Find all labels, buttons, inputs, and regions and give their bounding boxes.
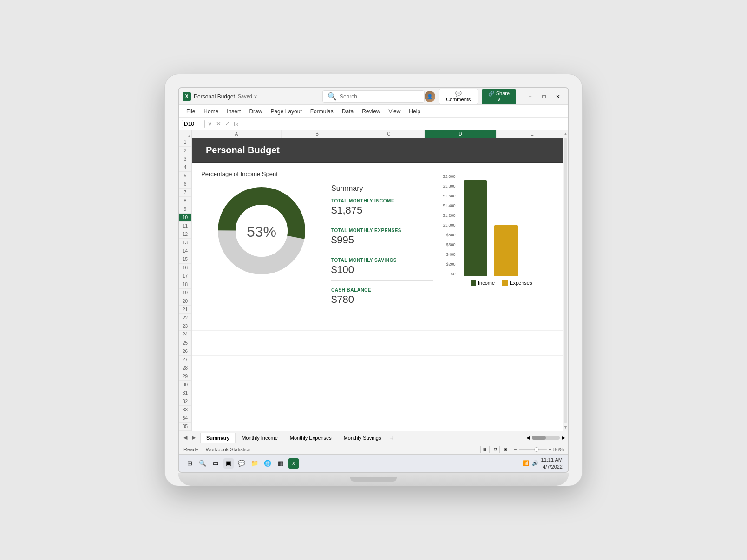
y-label-0: $0 (451, 272, 456, 276)
menu-insert[interactable]: Insert (223, 107, 244, 116)
h-scrollbar-track[interactable] (532, 436, 560, 440)
tab-options-btn[interactable]: ⋮ (514, 435, 526, 441)
ready-status: Ready (183, 447, 198, 452)
scroll-up-btn[interactable]: ▲ (563, 130, 568, 137)
sheet-tab-monthly-income[interactable]: Monthly Income (236, 433, 284, 443)
minimize-button[interactable]: − (524, 90, 537, 103)
excel-icon: X (183, 92, 191, 101)
y-label-600: $600 (446, 242, 456, 247)
menu-home[interactable]: Home (200, 107, 222, 116)
row-24: 24 (179, 331, 191, 339)
chart-panel: $2,000 $1,800 $1,600 $1,400 $1,200 $1,00… (443, 170, 559, 286)
comments-button[interactable]: 💬 Comments (439, 89, 478, 104)
confirm-formula-icon: ✓ (224, 120, 231, 127)
scroll-thumb[interactable] (564, 138, 567, 423)
menu-formulas[interactable]: Formulas (307, 107, 337, 116)
row-7: 7 (179, 189, 191, 197)
status-left: Ready Workbook Statistics (183, 447, 250, 452)
taskbar-left: ⊞ 🔍 ▭ ▣ 💬 📁 🌐 ▦ X (184, 458, 299, 469)
vertical-scrollbar[interactable]: ▲ ▼ (563, 130, 568, 431)
summary-savings: TOTAL MONTHLY SAVINGS $100 (331, 258, 433, 281)
summary-income-label: TOTAL MONTHLY INCOME (331, 198, 433, 203)
maximize-button[interactable]: □ (537, 90, 550, 103)
zoom-out-btn[interactable]: − (514, 447, 517, 452)
menu-draw[interactable]: Draw (245, 107, 266, 116)
taskbar-icon-teams[interactable]: 💬 (236, 458, 247, 469)
row-17: 17 (179, 272, 191, 280)
sheet-tab-summary[interactable]: Summary (200, 433, 236, 443)
row-col-container: 1 2 3 4 5 6 7 8 9 10 11 12 13 14 15 16 1 (179, 130, 192, 431)
row-33: 33 (179, 406, 191, 414)
y-label-2000: $2,000 (443, 174, 456, 179)
cell-area[interactable]: Personal Budget Percentage of Income Spe… (192, 138, 568, 431)
sheet-tab-monthly-expenses[interactable]: Monthly Expenses (284, 433, 338, 443)
sheet-tab-monthly-savings[interactable]: Monthly Savings (338, 433, 387, 443)
bar-expenses (494, 225, 518, 276)
task-view-btn[interactable]: ▭ (210, 458, 221, 469)
share-button[interactable]: 🔗 Share ∨ (482, 89, 516, 104)
search-input[interactable] (340, 93, 419, 100)
formula-input[interactable] (241, 121, 565, 127)
h-scroll-area[interactable]: ◀ ▶ (526, 435, 565, 440)
menu-help[interactable]: Help (405, 107, 424, 116)
start-button[interactable]: ⊞ (184, 458, 195, 469)
bars-container (459, 174, 522, 276)
corner-arrow-icon (179, 130, 192, 138)
summary-savings-label: TOTAL MONTHLY SAVINGS (331, 258, 433, 263)
legend-expenses-label: Expenses (510, 280, 532, 286)
search-taskbar-btn[interactable]: 🔍 (197, 458, 208, 469)
spreadsheet-area: 1 2 3 4 5 6 7 8 9 10 11 12 13 14 15 16 1 (179, 130, 568, 431)
menu-view[interactable]: View (385, 107, 405, 116)
svg-marker-0 (188, 135, 190, 137)
taskbar: ⊞ 🔍 ▭ ▣ 💬 📁 🌐 ▦ X 📶 🔊 11:11 AM 4/7/2022 (179, 454, 568, 472)
pagelayout-view-btn[interactable]: ▣ (501, 446, 510, 453)
current-time: 11:11 AM (541, 456, 563, 463)
add-sheet-button[interactable]: + (387, 434, 396, 442)
row-8: 8 (179, 197, 191, 205)
tab-prev-btn[interactable]: ◀ (182, 434, 189, 442)
normal-view-btn[interactable]: ▦ (480, 446, 490, 453)
row-29: 29 (179, 372, 191, 381)
bar-chart: $2,000 $1,800 $1,600 $1,400 $1,200 $1,00… (443, 174, 559, 276)
y-label-1800: $1,800 (443, 184, 456, 189)
h-scroll-left-icon[interactable]: ◀ (526, 435, 530, 440)
h-scroll-right-icon[interactable]: ▶ (562, 435, 565, 440)
row-13: 13 (179, 239, 191, 247)
spreadsheet-header: Personal Budget (192, 138, 568, 163)
menu-pagelayout[interactable]: Page Layout (267, 107, 305, 116)
row-12: 12 (179, 230, 191, 239)
row-numbers: 1 2 3 4 5 6 7 8 9 10 11 12 13 14 15 16 1 (179, 138, 192, 431)
zoom-in-btn[interactable]: + (549, 447, 551, 452)
taskbar-icon-edge[interactable]: ▣ (223, 458, 234, 469)
zoom-level: 86% (553, 447, 564, 452)
empty-row-32 (192, 339, 568, 347)
taskbar-icon-excel[interactable]: X (288, 458, 299, 469)
row-20: 20 (179, 297, 191, 306)
status-right: ▦ ⊟ ▣ − + 86% (480, 446, 564, 453)
menu-review[interactable]: Review (358, 107, 384, 116)
legend-expenses-color (502, 280, 508, 286)
summary-expenses-label: TOTAL MONTHLY EXPENSES (331, 228, 433, 233)
scroll-down-btn[interactable]: ▼ (563, 423, 568, 431)
search-bar[interactable]: 🔍 (322, 90, 425, 103)
cell-reference[interactable] (182, 120, 205, 128)
pagebreak-view-btn[interactable]: ⊟ (491, 446, 500, 453)
legend-income-color (471, 280, 476, 286)
menu-file[interactable]: File (183, 107, 199, 116)
donut-chart: 53% (213, 182, 310, 280)
taskbar-icon-explorer[interactable]: 📁 (249, 458, 260, 469)
tab-next-btn[interactable]: ▶ (190, 434, 197, 442)
close-button[interactable]: ✕ (551, 90, 564, 103)
y-label-1400: $1,400 (443, 203, 456, 208)
spreadsheet-title: Personal Budget (206, 145, 280, 155)
taskbar-icon-browser[interactable]: 🌐 (262, 458, 273, 469)
menu-bar: File Home Insert Draw Page Layout Formul… (179, 105, 568, 118)
summary-title: Summary (331, 184, 433, 193)
menu-data[interactable]: Data (338, 107, 357, 116)
taskbar-icon-store[interactable]: ▦ (275, 458, 286, 469)
formula-bar: ∨ ✕ ✓ fx (179, 118, 568, 130)
summary-expenses-value: $995 (331, 234, 433, 246)
zoom-slider[interactable] (519, 449, 547, 450)
search-icon: 🔍 (328, 92, 337, 101)
empty-row-33 (192, 347, 568, 356)
